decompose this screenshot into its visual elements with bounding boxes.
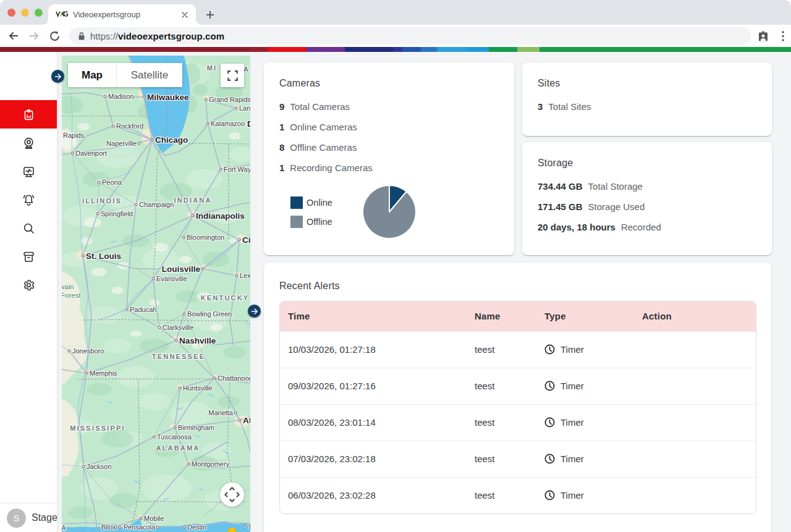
stat-value: 171.45 GB	[538, 201, 583, 212]
stripe-segment	[421, 47, 437, 52]
sidebar-item-dashboard[interactable]	[0, 100, 57, 129]
profile-icon[interactable]	[756, 29, 770, 43]
timer-clock-icon	[544, 344, 555, 355]
storage-stats: 734.44 GBTotal Storage 171.45 GBStorage …	[538, 176, 661, 237]
avatar[interactable]: S	[7, 509, 26, 528]
alert-type: Timer	[536, 441, 634, 477]
alerts-column-header: Time	[280, 302, 467, 331]
stat-row: 8Offline Cameras	[279, 137, 373, 158]
zoom-window-button[interactable]	[35, 9, 43, 17]
stripe-segment	[394, 47, 402, 52]
sidebar-item-search[interactable]	[0, 214, 57, 242]
map-type-map-button[interactable]: Map	[68, 63, 116, 87]
archive-icon	[22, 250, 35, 263]
alert-action	[634, 404, 756, 441]
alert-action	[634, 368, 756, 404]
alerts-column-header: Action	[634, 302, 756, 331]
storage-card: Storage 734.44 GBTotal Storage 171.45 GB…	[522, 142, 772, 255]
stat-value: 3	[538, 101, 543, 112]
storage-card-title: Storage	[538, 158, 573, 169]
sidebar-nav	[0, 100, 57, 299]
stripe-segment	[517, 47, 539, 52]
url-scheme: https://	[90, 31, 118, 41]
cameras-card: Cameras 9Total Cameras 1Online Cameras 8…	[264, 62, 514, 255]
stat-label: Total Cameras	[290, 101, 350, 112]
clipboard-chart-icon	[22, 108, 35, 121]
alert-row[interactable]: 10/03/2026, 01:27:18teestTimer	[280, 331, 756, 368]
timer-clock-icon	[544, 454, 555, 464]
sidebar-item-cameras[interactable]	[0, 129, 57, 157]
browser-tab[interactable]: Videoexpertsgroup	[48, 4, 196, 25]
cameras-stats: 9Total Cameras 1Online Cameras 8Offline …	[279, 96, 373, 178]
sites-stats: 3Total Sites	[538, 96, 591, 117]
stat-label: Online Cameras	[290, 122, 357, 132]
alert-name: teest	[467, 331, 536, 368]
map-pan-button[interactable]	[220, 483, 244, 507]
lock-icon[interactable]	[78, 32, 85, 41]
url-domain: videoexpertsgroup.com	[118, 31, 224, 41]
map-fullscreen-button[interactable]	[221, 64, 244, 87]
stat-label: Total Sites	[548, 101, 591, 112]
profile-name: Stage	[32, 512, 57, 523]
alert-time: 07/03/2026, 23:02:18	[280, 441, 467, 477]
sidebar-item-archive[interactable]	[0, 242, 57, 271]
alerts-column-header: Type	[536, 302, 634, 331]
sites-card-title: Sites	[538, 78, 560, 89]
stat-value: 9	[279, 101, 284, 112]
stripe-segment	[268, 47, 307, 52]
address-bar[interactable]: https:// videoexpertsgroup.com	[69, 27, 751, 44]
map-type-satellite-button[interactable]: Satellite	[116, 63, 182, 87]
sidebar-collapse-toggle[interactable]	[51, 70, 64, 83]
stat-row: 20 days, 18 hoursRecorded	[538, 217, 661, 237]
timer-clock-icon	[544, 490, 555, 500]
map-panel[interactable]: MIAILLINOISINDIANAKENTUCKYTENNESSEEMISSI…	[62, 56, 250, 532]
alert-row[interactable]: 07/03/2026, 23:02:18teestTimer	[280, 441, 756, 477]
recent-alerts-title: Recent Alerts	[279, 281, 340, 292]
search-icon	[22, 222, 35, 235]
alert-type: Timer	[536, 331, 634, 368]
stripe-segment	[402, 47, 421, 52]
map-expand-toggle[interactable]	[248, 305, 261, 318]
minimize-window-button[interactable]	[21, 9, 29, 17]
stripe-segment	[437, 47, 467, 52]
sidebar-item-settings[interactable]	[0, 271, 57, 299]
stat-label: Offline Cameras	[290, 142, 357, 153]
close-window-button[interactable]	[7, 9, 15, 17]
stripe-segment	[0, 47, 249, 52]
stripe-segment	[307, 47, 345, 52]
monitor-pulse-icon	[22, 165, 35, 178]
stat-row: 171.45 GBStorage Used	[538, 196, 661, 217]
alert-action	[634, 331, 756, 368]
sidebar-item-alerts[interactable]	[0, 185, 57, 214]
stat-label: Recording Cameras	[290, 163, 372, 173]
alert-row[interactable]: 08/03/2026, 23:01:14teestTimer	[280, 404, 756, 441]
legend-swatch	[290, 216, 303, 228]
alert-time: 10/03/2026, 01:27:18	[280, 331, 467, 368]
new-tab-button[interactable]	[202, 7, 218, 23]
alerts-table: Time Name Type Action 10/03/2026, 01:27:…	[280, 302, 756, 513]
alerts-column-header: Name	[467, 302, 536, 331]
legend-item: Online	[290, 196, 332, 209]
stripe-segment	[345, 47, 394, 52]
gear-icon	[22, 279, 35, 292]
legend-label: Online	[307, 198, 332, 208]
stat-value: 20 days, 18 hours	[538, 222, 615, 232]
stat-row: 734.44 GBTotal Storage	[538, 176, 661, 196]
reload-button[interactable]	[48, 29, 61, 43]
alert-row[interactable]: 09/03/2026, 01:27:16teestTimer	[280, 368, 756, 404]
alert-type: Timer	[536, 404, 634, 441]
map-canvas[interactable]	[62, 56, 250, 532]
brand-stripe	[0, 47, 791, 52]
alert-type: Timer	[536, 477, 634, 513]
alert-name: teest	[467, 368, 536, 404]
alerts-table-body: 10/03/2026, 01:27:18teestTimer09/03/2026…	[280, 331, 756, 513]
menu-kebab-icon[interactable]	[776, 29, 790, 43]
tab-close-icon[interactable]	[179, 9, 191, 21]
sidebar-item-monitors[interactable]	[0, 157, 57, 185]
forward-button[interactable]	[27, 29, 41, 43]
alert-row[interactable]: 06/03/2026, 23:02:28teestTimer	[280, 477, 756, 513]
sidebar: S Stage	[0, 52, 57, 532]
back-button[interactable]	[7, 29, 20, 43]
browser-window: Videoexpertsgroup https:// videoexpertsg…	[0, 0, 791, 532]
alert-name: teest	[467, 477, 536, 513]
